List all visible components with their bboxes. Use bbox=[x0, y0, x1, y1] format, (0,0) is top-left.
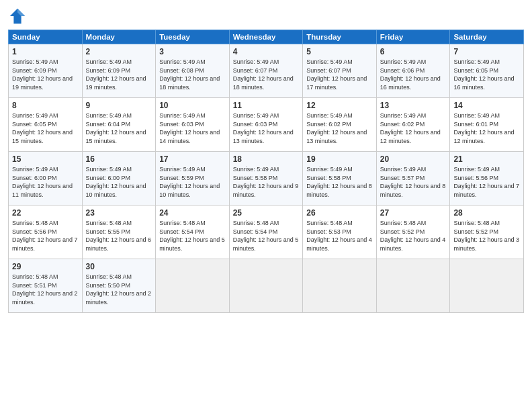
calendar-cell: 27Sunrise: 5:48 AMSunset: 5:52 PMDayligh… bbox=[376, 205, 450, 259]
calendar-row-3: 22Sunrise: 5:48 AMSunset: 5:56 PMDayligh… bbox=[9, 205, 524, 259]
day-info: Sunrise: 5:49 AMSunset: 6:05 PMDaylight:… bbox=[453, 58, 520, 91]
day-info: Sunrise: 5:48 AMSunset: 5:51 PMDaylight:… bbox=[12, 273, 79, 306]
calendar-cell bbox=[303, 259, 377, 313]
day-number: 2 bbox=[86, 47, 152, 56]
day-info: Sunrise: 5:49 AMSunset: 5:56 PMDaylight:… bbox=[453, 165, 520, 199]
calendar-cell: 23Sunrise: 5:48 AMSunset: 5:55 PMDayligh… bbox=[82, 205, 156, 259]
day-number: 21 bbox=[453, 154, 520, 164]
calendar-cell: 4Sunrise: 5:49 AMSunset: 6:07 PMDaylight… bbox=[229, 44, 303, 98]
calendar-cell: 3Sunrise: 5:49 AMSunset: 6:08 PMDaylight… bbox=[156, 44, 230, 98]
calendar-cell: 9Sunrise: 5:49 AMSunset: 6:04 PMDaylight… bbox=[82, 98, 156, 152]
calendar-cell: 14Sunrise: 5:49 AMSunset: 6:01 PMDayligh… bbox=[450, 98, 524, 152]
day-number: 15 bbox=[12, 154, 79, 164]
day-number: 7 bbox=[453, 47, 520, 56]
calendar-cell: 20Sunrise: 5:49 AMSunset: 5:57 PMDayligh… bbox=[376, 152, 450, 205]
day-number: 20 bbox=[380, 154, 447, 164]
calendar-cell: 25Sunrise: 5:48 AMSunset: 5:54 PMDayligh… bbox=[229, 205, 303, 259]
day-number: 16 bbox=[86, 154, 152, 164]
day-info: Sunrise: 5:49 AMSunset: 6:09 PMDaylight:… bbox=[12, 58, 79, 91]
calendar-cell: 24Sunrise: 5:48 AMSunset: 5:54 PMDayligh… bbox=[156, 205, 230, 259]
calendar-cell: 15Sunrise: 5:49 AMSunset: 6:00 PMDayligh… bbox=[9, 152, 83, 205]
day-number: 30 bbox=[86, 262, 152, 271]
day-info: Sunrise: 5:48 AMSunset: 5:53 PMDaylight:… bbox=[306, 219, 373, 253]
calendar-cell: 28Sunrise: 5:48 AMSunset: 5:52 PMDayligh… bbox=[450, 205, 524, 259]
col-header-sunday: Sunday bbox=[9, 30, 83, 44]
day-number: 25 bbox=[233, 208, 300, 218]
day-info: Sunrise: 5:48 AMSunset: 5:55 PMDaylight:… bbox=[86, 219, 152, 253]
day-number: 22 bbox=[12, 208, 79, 218]
day-number: 8 bbox=[12, 101, 79, 110]
day-info: Sunrise: 5:49 AMSunset: 6:00 PMDaylight:… bbox=[12, 165, 79, 199]
day-info: Sunrise: 5:48 AMSunset: 5:54 PMDaylight:… bbox=[233, 219, 300, 253]
day-info: Sunrise: 5:49 AMSunset: 6:02 PMDaylight:… bbox=[380, 111, 447, 145]
calendar-cell: 8Sunrise: 5:49 AMSunset: 6:05 PMDaylight… bbox=[9, 98, 83, 152]
day-number: 3 bbox=[159, 47, 226, 56]
col-header-wednesday: Wednesday bbox=[229, 30, 303, 44]
day-info: Sunrise: 5:49 AMSunset: 6:07 PMDaylight:… bbox=[233, 58, 300, 91]
calendar-cell: 7Sunrise: 5:49 AMSunset: 6:05 PMDaylight… bbox=[450, 44, 524, 98]
day-number: 6 bbox=[380, 47, 447, 56]
day-info: Sunrise: 5:49 AMSunset: 6:04 PMDaylight:… bbox=[86, 111, 152, 145]
day-number: 29 bbox=[12, 262, 79, 271]
day-number: 24 bbox=[159, 208, 226, 218]
day-info: Sunrise: 5:48 AMSunset: 5:56 PMDaylight:… bbox=[12, 219, 79, 253]
day-info: Sunrise: 5:49 AMSunset: 5:59 PMDaylight:… bbox=[159, 165, 226, 199]
day-info: Sunrise: 5:49 AMSunset: 5:58 PMDaylight:… bbox=[306, 165, 373, 199]
calendar-row-2: 15Sunrise: 5:49 AMSunset: 6:00 PMDayligh… bbox=[9, 152, 524, 205]
day-number: 14 bbox=[453, 101, 520, 110]
calendar-cell: 5Sunrise: 5:49 AMSunset: 6:07 PMDaylight… bbox=[303, 44, 377, 98]
day-number: 19 bbox=[306, 154, 373, 164]
day-number: 28 bbox=[453, 208, 520, 218]
day-number: 18 bbox=[233, 154, 300, 164]
day-info: Sunrise: 5:49 AMSunset: 6:05 PMDaylight:… bbox=[12, 111, 79, 145]
calendar-cell bbox=[376, 259, 450, 313]
day-number: 27 bbox=[380, 208, 447, 218]
calendar-cell: 2Sunrise: 5:49 AMSunset: 6:09 PMDaylight… bbox=[82, 44, 156, 98]
calendar-cell: 10Sunrise: 5:49 AMSunset: 6:03 PMDayligh… bbox=[156, 98, 230, 152]
calendar-cell: 16Sunrise: 5:49 AMSunset: 6:00 PMDayligh… bbox=[82, 152, 156, 205]
day-number: 12 bbox=[306, 101, 373, 110]
day-number: 11 bbox=[233, 101, 300, 110]
day-number: 9 bbox=[86, 101, 152, 110]
calendar-cell bbox=[156, 259, 230, 313]
calendar-cell bbox=[229, 259, 303, 313]
day-info: Sunrise: 5:49 AMSunset: 6:03 PMDaylight:… bbox=[159, 111, 226, 145]
day-number: 4 bbox=[233, 47, 300, 56]
day-number: 23 bbox=[86, 208, 152, 218]
calendar-cell: 26Sunrise: 5:48 AMSunset: 5:53 PMDayligh… bbox=[303, 205, 377, 259]
calendar-table: SundayMondayTuesdayWednesdayThursdayFrid… bbox=[8, 30, 524, 313]
day-info: Sunrise: 5:49 AMSunset: 5:58 PMDaylight:… bbox=[233, 165, 300, 199]
day-info: Sunrise: 5:48 AMSunset: 5:52 PMDaylight:… bbox=[453, 219, 520, 253]
calendar-cell: 21Sunrise: 5:49 AMSunset: 5:56 PMDayligh… bbox=[450, 152, 524, 205]
day-number: 17 bbox=[159, 154, 226, 164]
col-header-saturday: Saturday bbox=[450, 30, 524, 44]
calendar-cell: 18Sunrise: 5:49 AMSunset: 5:58 PMDayligh… bbox=[229, 152, 303, 205]
day-info: Sunrise: 5:49 AMSunset: 6:06 PMDaylight:… bbox=[380, 58, 447, 91]
day-number: 26 bbox=[306, 208, 373, 218]
col-header-monday: Monday bbox=[82, 30, 156, 44]
day-info: Sunrise: 5:49 AMSunset: 6:00 PMDaylight:… bbox=[86, 165, 152, 199]
calendar-cell bbox=[450, 259, 524, 313]
day-info: Sunrise: 5:49 AMSunset: 6:07 PMDaylight:… bbox=[306, 58, 373, 91]
calendar-cell: 30Sunrise: 5:48 AMSunset: 5:50 PMDayligh… bbox=[82, 259, 156, 313]
col-header-thursday: Thursday bbox=[303, 30, 377, 44]
calendar-cell: 13Sunrise: 5:49 AMSunset: 6:02 PMDayligh… bbox=[376, 98, 450, 152]
logo-icon bbox=[8, 7, 27, 26]
day-info: Sunrise: 5:48 AMSunset: 5:50 PMDaylight:… bbox=[86, 273, 152, 306]
calendar-cell: 29Sunrise: 5:48 AMSunset: 5:51 PMDayligh… bbox=[9, 259, 83, 313]
day-info: Sunrise: 5:48 AMSunset: 5:54 PMDaylight:… bbox=[159, 219, 226, 253]
calendar-cell: 12Sunrise: 5:49 AMSunset: 6:02 PMDayligh… bbox=[303, 98, 377, 152]
calendar-header-row: SundayMondayTuesdayWednesdayThursdayFrid… bbox=[9, 30, 524, 44]
calendar-cell: 22Sunrise: 5:48 AMSunset: 5:56 PMDayligh… bbox=[9, 205, 83, 259]
calendar-row-4: 29Sunrise: 5:48 AMSunset: 5:51 PMDayligh… bbox=[9, 259, 524, 313]
col-header-tuesday: Tuesday bbox=[156, 30, 230, 44]
calendar-cell: 19Sunrise: 5:49 AMSunset: 5:58 PMDayligh… bbox=[303, 152, 377, 205]
calendar-cell: 17Sunrise: 5:49 AMSunset: 5:59 PMDayligh… bbox=[156, 152, 230, 205]
day-info: Sunrise: 5:49 AMSunset: 6:03 PMDaylight:… bbox=[233, 111, 300, 145]
calendar-row-0: 1Sunrise: 5:49 AMSunset: 6:09 PMDaylight… bbox=[9, 44, 524, 98]
main-container: SundayMondayTuesdayWednesdayThursdayFrid… bbox=[0, 0, 532, 318]
day-info: Sunrise: 5:49 AMSunset: 5:57 PMDaylight:… bbox=[380, 165, 447, 199]
day-number: 5 bbox=[306, 47, 373, 56]
calendar-row-1: 8Sunrise: 5:49 AMSunset: 6:05 PMDaylight… bbox=[9, 98, 524, 152]
day-number: 13 bbox=[380, 101, 447, 110]
